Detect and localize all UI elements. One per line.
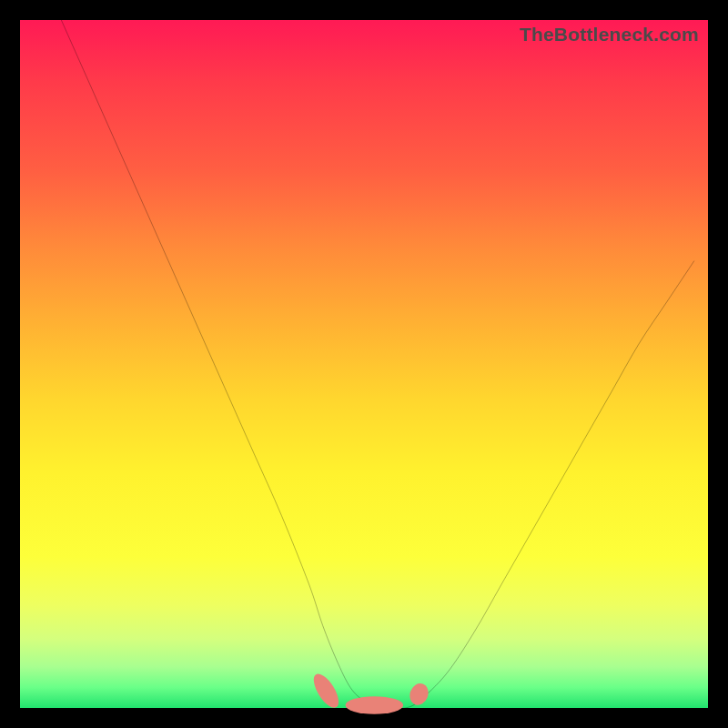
bottleneck-curve	[61, 20, 694, 709]
center-bar-marker	[346, 696, 404, 714]
chart-frame: TheBottleneck.com	[0, 0, 728, 728]
right-dot-marker	[407, 681, 431, 707]
plot-area: TheBottleneck.com	[20, 20, 708, 708]
curve-layer	[20, 20, 708, 708]
left-bar-marker	[309, 670, 344, 712]
curve-markers	[309, 670, 431, 713]
